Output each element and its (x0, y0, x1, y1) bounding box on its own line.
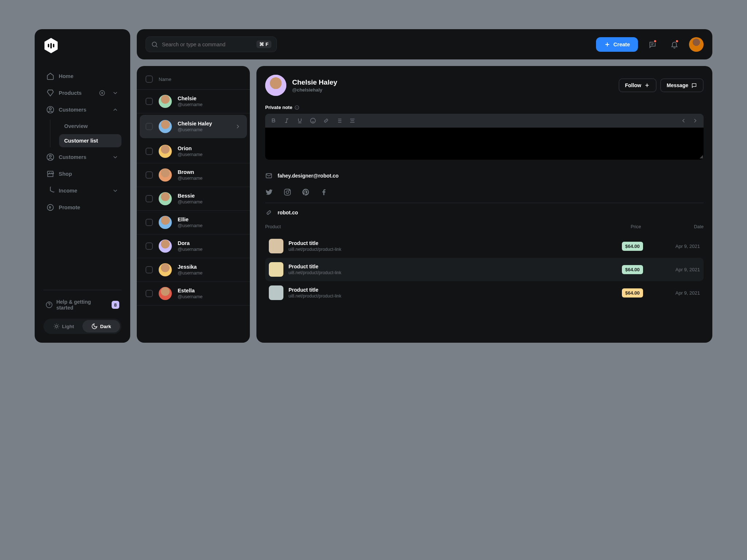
bold-icon[interactable] (270, 117, 277, 124)
customer-row[interactable]: Jessika @username (137, 258, 250, 282)
customer-name: Ellie (178, 217, 202, 222)
customer-row[interactable]: Dora @username (137, 234, 250, 258)
customer-avatar (159, 216, 172, 229)
row-checkbox[interactable] (146, 148, 153, 155)
customer-row[interactable]: Chelsie Haley @username (140, 115, 247, 138)
mail-icon (265, 172, 272, 179)
row-checkbox[interactable] (146, 171, 153, 179)
svg-point-4 (49, 155, 51, 158)
product-row[interactable]: Product title ui8.net/product/product-li… (265, 258, 704, 281)
customer-row[interactable]: Estella @username (137, 282, 250, 306)
topbar: ⌘ F Create (137, 29, 712, 59)
theme-dark[interactable]: Dark (82, 320, 120, 332)
row-checkbox[interactable] (146, 266, 153, 273)
help-count-badge: 8 (112, 301, 119, 309)
nav-promote[interactable]: Promote (43, 199, 121, 216)
theme-light[interactable]: Light (45, 320, 82, 332)
col-product: Product (265, 224, 631, 229)
message-button[interactable]: Message (660, 78, 704, 92)
row-checkbox[interactable] (146, 290, 153, 297)
private-note-label: Private note (265, 105, 704, 110)
twitter-icon[interactable] (265, 188, 273, 196)
user-avatar[interactable] (689, 37, 704, 52)
plus-circle-icon[interactable] (99, 90, 105, 96)
moon-icon (91, 323, 98, 330)
product-price: $64.00 (622, 265, 643, 274)
customer-detail-panel: Chelsie Haley @chelsiehaly Follow Messag… (256, 66, 712, 343)
product-thumb (269, 262, 283, 277)
nav-home[interactable]: Home (43, 68, 121, 85)
help-label: Help & getting started (56, 299, 108, 311)
instagram-icon[interactable] (283, 188, 291, 196)
search-input[interactable] (162, 42, 253, 47)
row-checkbox[interactable] (146, 123, 153, 130)
follow-button[interactable]: Follow (619, 78, 657, 92)
search-input-wrap[interactable]: ⌘ F (146, 36, 277, 52)
align-icon[interactable] (349, 117, 356, 124)
product-row[interactable]: Product title ui8.net/product/product-li… (265, 234, 704, 258)
product-date: Apr 9, 2021 (660, 290, 700, 296)
emoji-icon[interactable] (310, 117, 316, 124)
row-checkbox[interactable] (146, 195, 153, 202)
user-circle-icon (46, 106, 54, 114)
product-price: $64.00 (622, 288, 643, 298)
chevron-up-icon (112, 106, 119, 113)
theme-toggle: Light Dark (43, 319, 121, 334)
customer-avatar (159, 192, 172, 205)
info-icon (294, 105, 299, 110)
customer-name: Chelsie Haley (178, 121, 212, 127)
customer-row[interactable]: Chelsie @username (137, 90, 250, 113)
logo (43, 38, 59, 53)
product-title: Product title (289, 240, 617, 246)
customer-handle: @username (178, 127, 212, 132)
link-icon[interactable] (323, 117, 329, 124)
svg-point-2 (49, 108, 51, 110)
help-icon (46, 301, 53, 308)
italic-icon[interactable] (283, 117, 290, 124)
customer-avatar (159, 287, 172, 300)
pinterest-icon[interactable] (302, 188, 310, 196)
select-all-checkbox[interactable] (146, 75, 153, 83)
customer-handle: @username (178, 176, 202, 181)
website-value[interactable]: robot.co (278, 210, 298, 215)
product-row[interactable]: Product title ui8.net/product/product-li… (265, 281, 704, 304)
email-value[interactable]: fahey.designer@robot.co (278, 173, 338, 179)
nav-sub-overview[interactable]: Overview (59, 120, 121, 133)
underline-icon[interactable] (297, 117, 303, 124)
row-checkbox[interactable] (146, 98, 153, 105)
customer-avatar (159, 240, 172, 253)
nav-sub-customer-list[interactable]: Customer list (59, 134, 121, 147)
list-icon[interactable] (336, 117, 342, 124)
email-row: fahey.designer@robot.co (265, 167, 704, 184)
undo-icon[interactable] (680, 117, 687, 124)
customer-name: Estella (178, 288, 202, 293)
nav-income[interactable]: Income (43, 182, 121, 199)
create-button[interactable]: Create (596, 37, 638, 52)
customer-row[interactable]: Brown @username (137, 163, 250, 187)
chevron-down-icon (112, 187, 119, 194)
col-price: Price (631, 224, 663, 229)
nav-customers[interactable]: Customers (43, 101, 121, 118)
nav-label: Customers (59, 107, 86, 113)
nav-label: Shop (59, 171, 72, 177)
messages-button[interactable] (645, 37, 660, 52)
plus-icon (604, 41, 611, 48)
nav-customers-2[interactable]: Customers (43, 149, 121, 166)
note-textarea[interactable]: ◢ (265, 128, 704, 160)
row-checkbox[interactable] (146, 242, 153, 250)
customer-name: Chelsie Haley (292, 78, 337, 86)
row-checkbox[interactable] (146, 219, 153, 226)
customer-row[interactable]: Orion @username (137, 140, 250, 163)
facebook-icon[interactable] (320, 188, 328, 196)
pie-icon (46, 187, 54, 195)
redo-icon[interactable] (692, 117, 698, 124)
customer-row[interactable]: Bessie @username (137, 187, 250, 211)
customer-avatar (265, 75, 286, 96)
nav-products[interactable]: Products (43, 85, 121, 101)
notifications-button[interactable] (667, 37, 682, 52)
customer-row[interactable]: Ellie @username (137, 211, 250, 234)
help-link[interactable]: Help & getting started 8 (43, 296, 121, 314)
nav-shop[interactable]: Shop (43, 166, 121, 182)
resize-handle-icon[interactable]: ◢ (700, 154, 703, 159)
chevron-down-icon (112, 154, 119, 160)
